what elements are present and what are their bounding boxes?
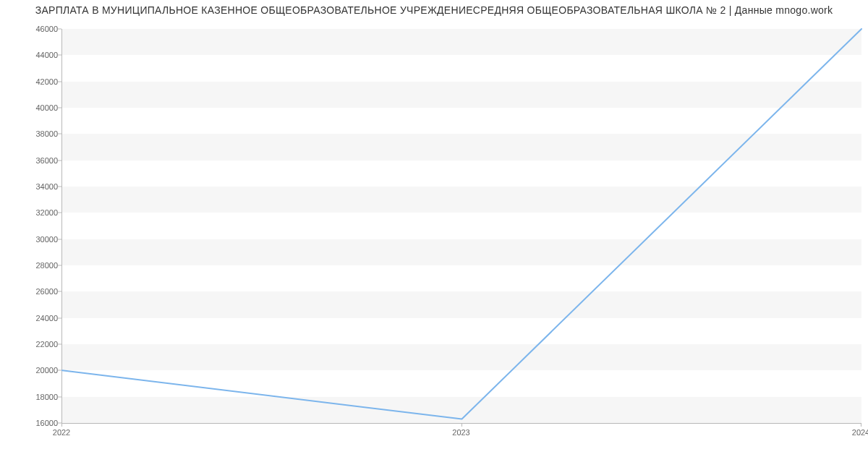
y-tick-label: 34000 [35, 182, 58, 191]
y-tick-mark [58, 396, 61, 397]
y-tick-mark [58, 213, 61, 213]
y-tick-mark [58, 55, 61, 56]
y-tick-mark [58, 265, 61, 266]
y-tick-mark [58, 317, 61, 318]
y-tick-mark [58, 291, 61, 292]
salary-line-chart: ЗАРПЛАТА В МУНИЦИПАЛЬНОЕ КАЗЕННОЕ ОБЩЕОБ… [0, 0, 868, 470]
y-tick-label: 44000 [35, 51, 58, 59]
x-tick-label: 2024 [852, 428, 868, 437]
y-tick-label: 36000 [35, 156, 58, 165]
chart-title: ЗАРПЛАТА В МУНИЦИПАЛЬНОЕ КАЗЕННОЕ ОБЩЕОБ… [0, 4, 868, 16]
y-tick-label: 32000 [35, 208, 58, 217]
y-tick-mark [58, 134, 61, 134]
line-series [62, 29, 861, 423]
y-tick-label: 16000 [35, 419, 58, 427]
y-tick-mark [58, 239, 61, 239]
y-tick-label: 30000 [35, 235, 58, 244]
y-tick-mark [58, 29, 61, 30]
y-tick-mark [58, 108, 61, 108]
y-tick-label: 18000 [35, 393, 58, 401]
y-tick-label: 26000 [35, 287, 58, 296]
y-tick-mark [58, 187, 61, 187]
y-tick-mark [58, 160, 61, 161]
x-tick-mark [461, 423, 462, 427]
x-tick-label: 2023 [452, 428, 469, 437]
y-tick-label: 38000 [35, 129, 58, 138]
x-tick-label: 2022 [53, 428, 70, 437]
y-tick-label: 24000 [35, 314, 58, 322]
y-tick-label: 40000 [35, 103, 58, 112]
x-tick-mark [61, 423, 62, 427]
y-tick-label: 28000 [35, 261, 58, 270]
y-tick-mark [58, 81, 61, 82]
y-tick-label: 22000 [35, 340, 58, 349]
plot-area [61, 29, 861, 424]
y-tick-mark [58, 344, 61, 345]
y-tick-label: 46000 [35, 25, 58, 33]
x-tick-mark [861, 423, 861, 427]
y-tick-mark [58, 370, 61, 371]
y-tick-label: 42000 [35, 77, 58, 86]
y-tick-label: 20000 [35, 366, 58, 375]
